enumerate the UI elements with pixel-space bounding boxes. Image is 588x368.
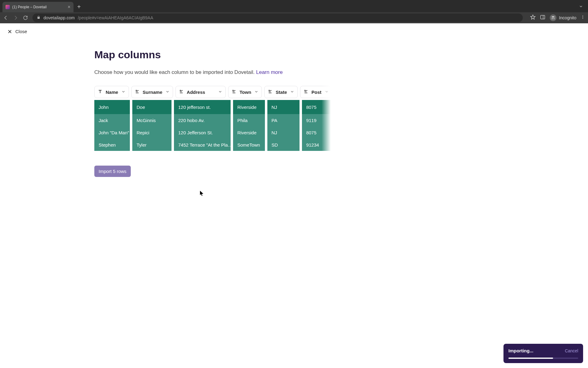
chevron-down-icon — [165, 90, 170, 95]
column-label: Town — [239, 90, 251, 95]
bookmark-star-icon[interactable] — [530, 14, 536, 21]
table-cell: 91234 — [302, 139, 331, 151]
incognito-label: Incognito — [559, 15, 576, 20]
progress-bar-fill — [508, 358, 553, 359]
reload-button[interactable] — [23, 15, 28, 21]
table-cell: Phila — [233, 114, 265, 126]
table-cell: NJ — [267, 100, 300, 114]
tab-title: (1) People – Dovetail — [12, 5, 47, 9]
column-type-icon — [135, 89, 140, 95]
browser-tab[interactable]: (1) People – Dovetail × — [2, 2, 74, 12]
table-cell: NJ — [267, 126, 300, 139]
incognito-icon — [550, 14, 556, 21]
table-cell: 120 Jefferson St. — [174, 126, 231, 139]
toast-title: Importing... — [508, 348, 533, 353]
table-cell: 8075 — [302, 126, 331, 139]
url-path: /people#v=ewAiAHEAIgA6ACIAIgB9AA — [78, 15, 153, 20]
tab-close-icon[interactable]: × — [68, 5, 70, 10]
page-description: Choose how you would like each column to… — [94, 69, 337, 75]
toast-cancel-button[interactable]: Cancel — [565, 348, 578, 353]
column-mapper-surname[interactable]: Surname — [131, 86, 173, 98]
chevron-down-icon — [254, 90, 258, 95]
chevron-down-icon — [325, 90, 329, 95]
chevron-down-icon — [218, 90, 222, 95]
chevron-down-icon — [290, 90, 294, 95]
page-title: Map columns — [94, 49, 337, 61]
table-cell: 220 hobo Av. — [174, 114, 231, 126]
url-host: dovetailapp.com — [43, 15, 75, 20]
address-bar[interactable]: dovetailapp.com/people#v=ewAiAHEAIgA6ACI… — [32, 13, 523, 22]
progress-bar — [508, 358, 578, 359]
column-type-icon — [179, 89, 184, 95]
back-button[interactable] — [3, 15, 9, 21]
column-type-icon — [98, 89, 103, 95]
table-cell: Repici — [132, 126, 172, 139]
app-viewport: Close Map columns Choose how you would l… — [0, 23, 588, 368]
table-cell: PA — [267, 114, 300, 126]
column-mapping-table: NameSurnameAddressTownStatePost JohnJack… — [94, 86, 331, 151]
table-cell: 8075 — [302, 100, 331, 114]
import-button[interactable]: Import 5 rows — [94, 166, 131, 177]
column-label: Name — [106, 90, 118, 95]
table-cell: Doe — [132, 100, 172, 114]
close-button[interactable]: Close — [0, 23, 588, 40]
incognito-indicator[interactable]: Incognito — [550, 14, 576, 21]
table-cell: SomeTown — [233, 139, 265, 151]
svg-point-3 — [582, 18, 583, 19]
table-cell: Riverside — [233, 100, 265, 114]
column-label: Surname — [143, 90, 162, 95]
svg-point-1 — [582, 16, 583, 16]
panel-icon[interactable] — [540, 14, 545, 21]
column-mapper-address[interactable]: Address — [175, 86, 226, 98]
table-cell: 7452 Terrace "At the Pla… — [174, 139, 231, 151]
cursor-icon — [200, 191, 204, 197]
column-label: State — [276, 90, 287, 95]
table-cell: Tyler — [132, 139, 172, 151]
favicon-icon — [6, 5, 10, 9]
column-label: Post — [311, 90, 322, 95]
chevron-down-icon — [121, 90, 126, 95]
import-toast: Importing... Cancel — [503, 344, 583, 363]
browser-tab-strip: (1) People – Dovetail × + — [0, 0, 588, 12]
close-label: Close — [15, 29, 27, 34]
table-cell: John "Da Man" — [94, 126, 130, 139]
table-cell: McGinnis — [132, 114, 172, 126]
forward-button[interactable] — [13, 15, 18, 21]
svg-point-2 — [582, 17, 583, 17]
browser-menu-icon[interactable] — [581, 15, 585, 21]
column-type-icon — [232, 89, 236, 95]
column-type-icon — [303, 89, 308, 95]
table-cell: 9119 — [302, 114, 331, 126]
table-cell: John — [94, 100, 130, 114]
column-mapper-state[interactable]: State — [264, 86, 298, 98]
column-mapper-name[interactable]: Name — [94, 86, 129, 98]
table-cell: SD — [267, 139, 300, 151]
svg-rect-0 — [541, 15, 545, 19]
column-type-icon — [268, 89, 273, 95]
lock-icon — [37, 15, 40, 20]
table-cell: Riverside — [233, 126, 265, 139]
table-cell: 120 jefferson st. — [174, 100, 231, 114]
column-mapper-town[interactable]: Town — [228, 86, 262, 98]
table-cell: Jack — [94, 114, 130, 126]
close-icon — [7, 29, 12, 34]
table-cell: Stephen — [94, 139, 130, 151]
learn-more-link[interactable]: Learn more — [256, 69, 283, 75]
new-tab-button[interactable]: + — [77, 3, 81, 10]
window-dropdown-icon[interactable] — [579, 4, 583, 10]
browser-nav-bar: dovetailapp.com/people#v=ewAiAHEAIgA6ACI… — [0, 12, 588, 23]
column-label: Address — [187, 90, 205, 95]
column-mapper-post[interactable]: Post — [300, 86, 331, 98]
